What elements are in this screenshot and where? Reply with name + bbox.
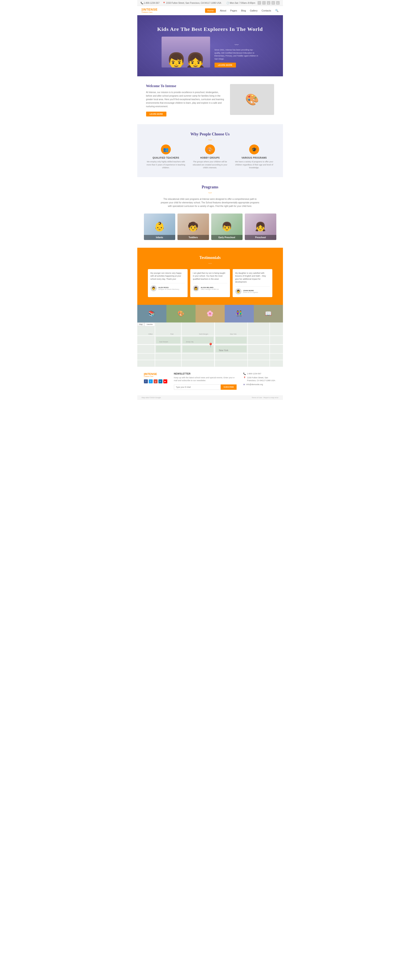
testimonial-1-role: Designer at Gaveto Machinery [158,288,179,290]
preschool-label: Preschool [245,235,276,240]
testimonial-1-info: ALEX ROSS Designer at Gaveto Machinery [158,286,179,290]
top-bar-left: 📞 1-800-1234-567 📍 2150 Fulton Street, S… [141,2,221,4]
map-tab-satellite[interactable]: Satellite [145,323,155,326]
google-icon[interactable]: g [267,1,270,5]
program-toddlers[interactable]: 🧒 Toddlers [177,213,209,240]
nav-blog[interactable]: Blog [241,9,246,12]
toddlers-label: Toddlers [177,235,209,240]
why-title: Why People Choose Us [144,132,276,137]
social-links: f t g in ig [257,1,279,5]
footer-linkedin-icon[interactable]: in [158,379,163,383]
footer-address-text: 2150 Fulton Street, San Francisco, CA 94… [247,376,276,382]
footer-twitter-icon[interactable]: t [149,379,153,383]
gallery-item-3[interactable]: 🌸 [196,305,225,323]
testimonial-1-name: ALEX ROSS [158,286,179,288]
top-bar: 📞 1-800-1234-567 📍 2150 Fulton Street, S… [137,0,283,6]
infants-label: Infants [144,235,176,240]
nav-gallery[interactable]: Gallery [250,9,257,12]
map-tabs: Map Satellite [137,323,155,326]
program-preschool[interactable]: 👧 Preschool [245,213,276,240]
programs-divider: 〰 [144,191,276,195]
svg-text:New York: New York [230,333,236,335]
svg-text:Clifton: Clifton [148,333,153,335]
phone-info: 📞 1-800-1234-567 [141,2,160,4]
nav-pages[interactable]: Pages [230,9,237,12]
programs-title: Programs [144,185,276,189]
gallery-item-4[interactable]: 👫 [225,305,254,323]
testimonial-2-text: I am glad that my son is being taught in… [193,272,227,281]
footer-google-icon[interactable]: g [153,379,158,383]
svg-text:Park: Park [170,333,174,335]
programs-title: VARIOUS PROGRAMS [235,157,274,159]
svg-rect-13 [156,346,180,352]
testimonial-3-info: JOHN MORE Driver at CG Logistics [243,290,258,293]
welcome-image: 🎨 [230,84,274,115]
gallery-item-1[interactable]: 📚 [137,305,166,323]
testimonials-grid: My younger son returns very happy with a… [144,269,276,297]
gallery-section: 📚 🎨 🌸 👫 📖 [137,305,283,323]
welcome-section: Welcome to Intense At Intense, our missi… [137,76,283,124]
hero-section: Kids Are The Best Explorers In The World… [137,15,283,76]
testimonial-1: My younger son returns very happy with a… [148,269,188,297]
footer-facebook-icon[interactable]: f [144,379,148,383]
testimonial-3: My daughter is very satisfied with lesso… [233,269,272,297]
footer-youtube-icon[interactable]: ▶ [163,379,167,383]
footer-email-icon: ✉ [243,383,245,386]
early-preschool-label: Early Preschool [211,235,243,240]
copyright-text: Map data ©2016 Google [142,396,161,399]
search-icon[interactable]: 🔍 [275,9,278,12]
welcome-learn-more-button[interactable]: LEARN MORE [146,111,167,116]
testimonial-1-author: 👨 ALEX ROSS Designer at Gaveto Machinery [150,283,185,291]
email-input[interactable] [174,385,221,390]
why-card-hobby: 🎨 HOBBY GROUPS The groups where your chi… [190,145,230,169]
testimonial-1-text: My younger son returns very happy with a… [150,272,185,281]
nav-contacts[interactable]: Contacts [262,9,271,12]
testimonial-3-name: JOHN MORE [243,290,258,291]
map-placeholder: Clifton Park North Bergen New York East … [137,323,283,367]
welcome-description: At Intense, our mission is to provide ex… [146,91,224,108]
nav-links: Home About Pages Blog Gallery Contacts 🔍 [205,8,278,13]
linkedin-icon[interactable]: in [271,1,275,5]
footer-social: f t g in ▶ [144,379,167,383]
nav-about[interactable]: About [220,9,226,12]
teachers-icon: 👥 [161,145,171,154]
footer-email-item: ✉ info@demosite.org [243,383,276,386]
testimonial-2-name: ALISA MILANO [201,286,219,288]
program-infants[interactable]: 👶 Infants [144,213,176,240]
footer-phone-icon: 📞 [243,372,246,375]
instagram-icon[interactable]: ig [276,1,279,5]
address-text: 2150 Fulton Street, San Francisco, CA 94… [166,2,221,4]
svg-text:North Bergen: North Bergen [199,333,208,335]
hero-pattern [137,15,283,76]
gallery-item-5[interactable]: 📖 [254,305,283,323]
facebook-icon[interactable]: f [257,1,261,5]
welcome-title: Welcome to Intense [146,84,224,88]
twitter-icon[interactable]: t [262,1,266,5]
program-early-preschool[interactable]: 👦 Early Preschool [211,213,243,240]
subscribe-button[interactable]: SUBSCRIBE [221,385,236,390]
clock-icon: 🕐 [227,2,229,4]
hobby-desc: The groups where your children will be e… [190,161,230,169]
hours-info: 🕐 Mon-Sat: 7:00am–8:00pm [227,2,255,4]
testimonial-2: I am glad that my son is being taught in… [190,269,230,297]
nav-home[interactable]: Home [205,8,216,13]
testimonial-1-avatar: 👨 [150,285,157,291]
footer-email-text: info@demosite.org [246,383,263,386]
footer-address-item: 📍 2150 Fulton Street, San Francisco, CA … [243,376,276,382]
why-section: Why People Choose Us 〰 👥 QUALIFIED TEACH… [137,124,283,177]
hours-text: Mon-Sat: 7:00am–8:00pm [230,2,256,4]
navigation: |INTENSE Children Care Home About Pages … [137,6,283,15]
teachers-desc: We employ only highly skilled teachers w… [146,161,186,169]
phone-number: 1-800-1234-567 [144,2,159,4]
testimonials-title: Testimonials [144,255,276,260]
testimonial-3-avatar: 👨 [235,288,241,294]
gallery-item-2[interactable]: 🎨 [166,305,196,323]
newsletter-desc: Keep up with the latest school news and … [174,376,236,382]
logo-text: INTENSE [142,8,158,11]
map-tab-map[interactable]: Map [137,323,145,326]
svg-text:New York: New York [219,349,228,352]
programs-description: The educational child care programs at I… [160,197,260,208]
why-divider: 〰 [144,138,276,142]
testimonial-3-text: My daughter is very satisfied with lesso… [235,272,270,284]
testimonials-section: Testimonials 〰 My younger son returns ve… [137,248,283,305]
